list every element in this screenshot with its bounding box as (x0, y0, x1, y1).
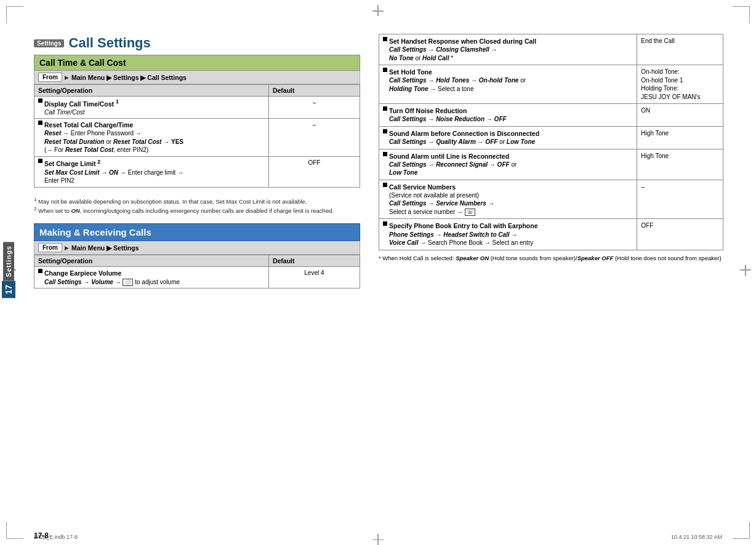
section1-row3-detail: Set Max Cost Limit → ON → Enter charge l… (44, 169, 265, 185)
right-row3-detail: Call Settings → Noise Reduction → OFF (389, 115, 633, 124)
right-row5-default: High Tone (637, 149, 723, 180)
footnote-2: 2 When set to ON, incoming/outgoing call… (34, 205, 360, 215)
black-square (383, 37, 387, 41)
cross-top (372, 5, 384, 12)
section1-from-label: From (38, 73, 62, 82)
section2-row1-setting: Change Earpiece Volume Call Settings → V… (34, 267, 269, 288)
right-row5-detail: Call Settings → Reconnect Signal → OFF o… (389, 161, 633, 177)
section1: Call Time & Call Cost From ▶ Main Menu ▶… (34, 55, 360, 215)
right-row2-detail: Call Settings → Hold Tones → On-hold Ton… (389, 76, 633, 93)
cross-bottom (372, 534, 384, 541)
right-row2-default: On-hold Tone:On-hold Tone 1Holding Tone:… (637, 65, 723, 104)
section1-th-setting: Setting/Operation (34, 85, 269, 97)
section2-from-label: From (38, 243, 62, 252)
star-note: * When Hold Call is selected: Speaker ON… (379, 254, 723, 262)
table-row: Sound Alarm until Line is Reconnected Ca… (379, 149, 723, 180)
right-row4-detail: Call Settings → Quality Alarm → OFF or L… (389, 138, 633, 146)
section2-from-path: Main Menu ▶ Settings (71, 244, 139, 252)
right-row4-setting: Sound Alarm before Connection is Disconn… (379, 126, 637, 149)
left-column: Settings Call Settings Call Time & Call … (34, 34, 360, 297)
corner-mark-tl (6, 6, 23, 23)
section2-table: Setting/Operation Default Change Earpiec… (34, 255, 360, 288)
footnote-1: 1 May not be available depending on subs… (34, 196, 360, 205)
table-row: Display Call Time/Cost 1 Call Time/Cost … (34, 97, 360, 119)
black-square (38, 269, 42, 273)
sidebar-tab: Settings 17 (2, 242, 15, 298)
black-square (383, 221, 387, 226)
section2-arrow: ▶ (65, 245, 69, 251)
table-row: Change Earpiece Volume Call Settings → V… (34, 267, 360, 288)
page-number: 17-8 (34, 531, 49, 540)
black-square (383, 183, 387, 187)
section2-th-default: Default (268, 255, 360, 267)
right-row7-setting: Specify Phone Book Entry to Call with Ea… (379, 219, 637, 250)
right-row1-default: End the Call (637, 34, 723, 65)
right-row7-default: OFF (637, 219, 723, 250)
section2-row1-detail: Call Settings → Volume → ⚪ to adjust vol… (44, 278, 265, 287)
section1-row1-setting: Display Call Time/Cost 1 Call Time/Cost (34, 97, 269, 119)
right-row3-setting: Turn Off Noise Reduction Call Settings →… (379, 104, 637, 127)
right-column: Set Handset Response when Closed during … (379, 34, 723, 262)
section1-table: Setting/Operation Default Display Call T… (34, 84, 360, 188)
table-row: Set Handset Response when Closed during … (379, 34, 723, 65)
black-square (38, 98, 42, 103)
right-row5-setting: Sound Alarm until Line is Reconnected Ca… (379, 149, 637, 180)
section1-from-path: Main Menu ▶ Settings ▶ Call Settings (71, 74, 187, 81)
page-main-title: Call Settings (69, 35, 151, 50)
section1-row2-setting: Reset Total Call Charge/Time Reset → Ent… (34, 119, 269, 157)
section1-row2-default: – (268, 119, 360, 157)
section2: Settings 17 Making & Receiving Calls Fro… (34, 223, 360, 288)
right-row6-detail: (Service not available at present) Call … (389, 191, 633, 217)
right-row4-default: High Tone (637, 126, 723, 149)
title-row: Settings Call Settings (34, 35, 360, 51)
corner-mark-br (733, 522, 750, 539)
corner-mark-bl (6, 522, 23, 539)
footer-date: 10.4.21 10:58:32 AM (671, 534, 722, 540)
section1-th-default: Default (268, 85, 360, 97)
section2-header: Making & Receiving Calls (34, 223, 360, 241)
section1-row3-setting: Set Charge Limit 2 Set Max Cost Limit → … (34, 156, 269, 187)
black-square (383, 129, 387, 133)
table-row: Turn Off Noise Reduction Call Settings →… (379, 104, 723, 127)
corner-mark-tr (733, 6, 750, 23)
table-row: Set Hold Tone Call Settings → Hold Tones… (379, 65, 723, 104)
black-square (38, 121, 42, 125)
section1-row3-default: OFF (268, 156, 360, 187)
right-table: Set Handset Response when Closed during … (379, 34, 723, 250)
table-row: Call Service Numbers (Service not availa… (379, 180, 723, 219)
right-row1-setting: Set Handset Response when Closed during … (379, 34, 637, 65)
right-row7-detail: Phone Settings → Headset Switch to Call … (389, 231, 633, 247)
black-square (383, 152, 387, 156)
page: Settings Call Settings Call Time & Call … (0, 0, 756, 545)
table-row: Reset Total Call Charge/Time Reset → Ent… (34, 119, 360, 157)
right-row3-default: ON (637, 104, 723, 127)
settings-badge: Settings (34, 39, 64, 47)
sidebar-label: Settings (3, 242, 14, 280)
section1-row1-default: – (268, 97, 360, 119)
section2-th-setting: Setting/Operation (34, 255, 269, 267)
section1-row2-detail: Reset → Enter Phone Password → Reset Tot… (44, 129, 265, 154)
section2-row1-default: Level 4 (268, 267, 360, 288)
black-square (383, 68, 387, 72)
table-row: Set Charge Limit 2 Set Max Cost Limit → … (34, 156, 360, 187)
section1-footnotes: 1 May not be available depending on subs… (34, 196, 360, 215)
black-square (38, 159, 42, 163)
section1-row1-detail: Call Time/Cost (44, 108, 265, 117)
table-row: Sound Alarm before Connection is Disconn… (379, 126, 723, 149)
sidebar-number: 17 (2, 281, 15, 298)
section2-from-bar: From ▶ Main Menu ▶ Settings (34, 241, 360, 255)
section1-from-bar: From ▶ Main Menu ▶ Settings ▶ Call Setti… (34, 71, 360, 84)
section1-arrow: ▶ (65, 74, 69, 81)
table-row: Specify Phone Book Entry to Call with Ea… (379, 219, 723, 250)
right-row6-setting: Call Service Numbers (Service not availa… (379, 180, 637, 219)
section1-header: Call Time & Call Cost (34, 55, 360, 71)
right-row6-default: – (637, 180, 723, 219)
content-area: Settings Call Settings Call Time & Call … (34, 34, 722, 517)
black-square (383, 106, 387, 111)
cross-right (740, 269, 751, 276)
right-row1-detail: Call Settings → Closing Clamshell → No T… (389, 46, 633, 62)
right-row2-setting: Set Hold Tone Call Settings → Hold Tones… (379, 65, 637, 104)
